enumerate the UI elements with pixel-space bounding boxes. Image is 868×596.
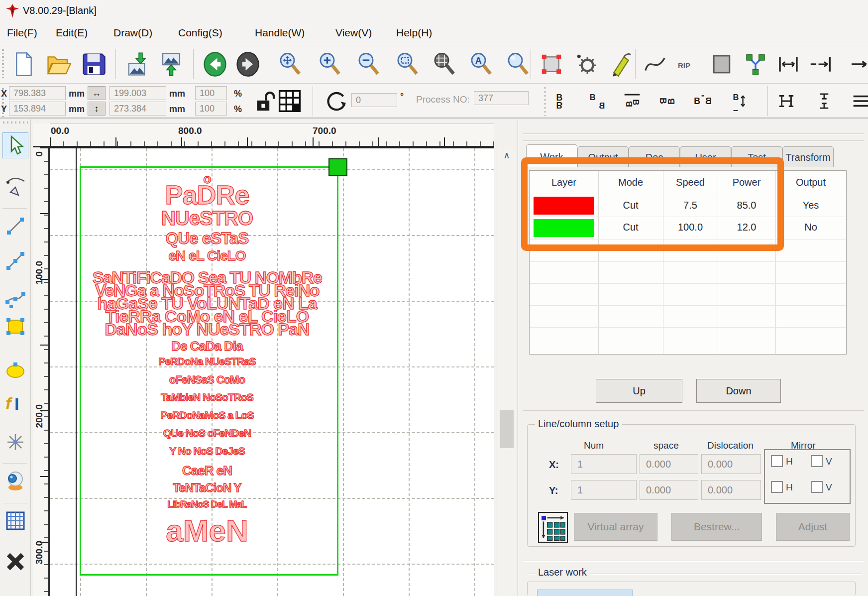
mirror-vertical-icon[interactable]: BB bbox=[728, 91, 754, 117]
layer-table[interactable]: Layer Mode Speed Power Output Cut 7.5 85… bbox=[529, 170, 847, 355]
rip-icon[interactable]: RIP bbox=[675, 56, 701, 82]
ellipse-tool-icon[interactable] bbox=[4, 359, 26, 381]
mirror-v-x-checkbox[interactable] bbox=[811, 455, 823, 467]
toolbox-separator bbox=[2, 208, 27, 209]
bezier-tool-icon[interactable] bbox=[4, 287, 26, 309]
mirror-horizontal-icon[interactable]: BB bbox=[693, 91, 719, 117]
select-tool-icon[interactable] bbox=[4, 134, 26, 156]
back-icon[interactable] bbox=[202, 51, 228, 77]
scale-x-field[interactable]: 100 bbox=[195, 86, 227, 100]
scroll-up-icon[interactable]: ∧ bbox=[500, 149, 513, 161]
tab-doc[interactable]: Doc bbox=[629, 146, 680, 167]
mirror-v-y-checkbox[interactable] bbox=[811, 481, 823, 493]
grid-table-icon[interactable] bbox=[277, 88, 303, 114]
open-folder-icon[interactable] bbox=[46, 51, 72, 77]
tab-transform[interactable]: Transform bbox=[782, 146, 834, 167]
array-x-dislocation-field[interactable]: 0.000 bbox=[701, 454, 761, 474]
mirror-rotate90-icon[interactable]: BB bbox=[551, 91, 577, 117]
laser-work-button-partial[interactable] bbox=[537, 590, 633, 596]
rotate-icon[interactable] bbox=[325, 89, 350, 115]
layer-down-button[interactable]: Down bbox=[696, 379, 781, 403]
array-x-space-field[interactable]: 0.000 bbox=[640, 454, 698, 474]
zoom-out-icon[interactable] bbox=[355, 51, 381, 77]
width-field[interactable]: 199.003 bbox=[109, 86, 166, 100]
menu-handle[interactable]: Handle(W) bbox=[255, 27, 305, 39]
array-x-num-field[interactable]: 1 bbox=[571, 454, 637, 474]
width-arrow-button[interactable]: ↔ bbox=[88, 86, 106, 100]
mirror-rotate-right-icon[interactable]: BB bbox=[657, 91, 683, 117]
menu-view[interactable]: View(V) bbox=[335, 27, 372, 39]
polyline-tool-icon[interactable] bbox=[4, 250, 26, 272]
menu-draw[interactable]: Draw(D) bbox=[113, 27, 152, 39]
mirror-diagonal-icon[interactable]: BB bbox=[587, 91, 613, 117]
new-document-icon[interactable] bbox=[11, 51, 37, 77]
tab-test[interactable]: Test bbox=[731, 146, 782, 167]
mirror-h-x-checkbox[interactable] bbox=[771, 455, 783, 467]
scale-x-percent: % bbox=[234, 89, 242, 99]
select-frame-icon[interactable] bbox=[539, 51, 564, 77]
degree-label: ° bbox=[400, 91, 404, 102]
mirror-h-y-checkbox[interactable] bbox=[771, 481, 783, 493]
selection-handle[interactable] bbox=[328, 158, 347, 176]
forward-icon[interactable] bbox=[235, 51, 261, 77]
node-tree-icon[interactable] bbox=[743, 51, 768, 77]
design-canvas[interactable]: o PaDRe NUeSTRO QUe eSTaS eN eL CieLO Sa… bbox=[50, 147, 494, 596]
menu-edit[interactable]: Edit(E) bbox=[56, 27, 88, 39]
height-field[interactable]: 273.384 bbox=[109, 102, 166, 116]
rotate-angle-field[interactable]: 0 bbox=[351, 93, 397, 107]
kern-vertical-icon[interactable] bbox=[807, 51, 833, 77]
same-width-icon[interactable] bbox=[776, 91, 802, 117]
import-image-icon[interactable] bbox=[125, 51, 151, 77]
layer-up-button[interactable]: Up bbox=[596, 379, 682, 403]
height-arrow-button[interactable]: ↕ bbox=[88, 102, 106, 116]
layer-color-red[interactable] bbox=[534, 197, 594, 215]
save-icon[interactable] bbox=[81, 51, 107, 77]
array-grid-tool-icon[interactable] bbox=[4, 510, 26, 532]
menu-config[interactable]: Config(S) bbox=[178, 27, 222, 39]
zoom-pan-icon[interactable] bbox=[277, 51, 303, 77]
array-y-num-field[interactable]: 1 bbox=[571, 480, 637, 500]
tab-user[interactable]: User bbox=[680, 146, 731, 167]
canvas-vertical-scrollbar[interactable]: ∧ bbox=[497, 147, 516, 596]
zoom-in-icon[interactable] bbox=[317, 51, 342, 77]
delete-tool-icon[interactable] bbox=[4, 551, 26, 573]
virtual-array-button[interactable]: Virtual array bbox=[574, 513, 657, 541]
zoom-all-icon[interactable]: A bbox=[468, 51, 494, 77]
scale-y-field[interactable]: 100 bbox=[195, 102, 227, 116]
pen-icon[interactable] bbox=[608, 51, 634, 77]
lock-open-icon[interactable] bbox=[251, 88, 277, 114]
array-y-dislocation-field[interactable]: 0.000 bbox=[701, 480, 761, 500]
bestrew-button[interactable]: Bestrew... bbox=[671, 513, 762, 541]
align-lines-icon[interactable] bbox=[851, 91, 868, 117]
y-coord-field[interactable]: 153.894 bbox=[9, 102, 66, 116]
adjust-button[interactable]: Adjust bbox=[776, 513, 850, 541]
layer-color-green[interactable] bbox=[534, 219, 594, 237]
tab-work[interactable]: Work bbox=[526, 144, 577, 167]
fill-square-icon[interactable] bbox=[709, 51, 735, 77]
x-coord-field[interactable]: 798.383 bbox=[9, 86, 66, 100]
align-right-edge-icon[interactable] bbox=[847, 51, 868, 77]
mirror-rotate-left-icon[interactable]: BB bbox=[622, 91, 648, 117]
tab-output[interactable]: Output bbox=[577, 146, 629, 167]
line-tool-icon[interactable] bbox=[4, 215, 26, 237]
zoom-grid-icon[interactable] bbox=[431, 51, 457, 77]
zoom-view-icon[interactable] bbox=[505, 51, 531, 77]
process-no-field[interactable]: 377 bbox=[474, 91, 529, 105]
camera-tool-icon[interactable] bbox=[4, 469, 26, 491]
kern-horizontal-icon[interactable] bbox=[775, 51, 801, 77]
gear-icon[interactable] bbox=[573, 51, 599, 77]
node-edit-tool-icon[interactable] bbox=[4, 175, 26, 197]
menu-file[interactable]: File(F) bbox=[7, 27, 37, 39]
menu-help[interactable]: Help(H) bbox=[396, 27, 432, 39]
scrollbar-thumb[interactable] bbox=[500, 410, 514, 448]
array-y-space-field[interactable]: 0.000 bbox=[640, 480, 698, 500]
zoom-select-icon[interactable] bbox=[394, 51, 420, 77]
curve-icon[interactable] bbox=[642, 51, 668, 77]
point-tool-icon[interactable] bbox=[4, 431, 26, 453]
same-height-icon[interactable] bbox=[814, 91, 840, 117]
export-image-icon[interactable] bbox=[158, 51, 184, 77]
rectangle-tool-icon[interactable] bbox=[4, 316, 26, 338]
array-preview-button[interactable] bbox=[538, 512, 568, 543]
text-tool-icon[interactable]: fI bbox=[4, 392, 26, 414]
cross-text-line: TeNTaCioN Y bbox=[173, 481, 241, 495]
